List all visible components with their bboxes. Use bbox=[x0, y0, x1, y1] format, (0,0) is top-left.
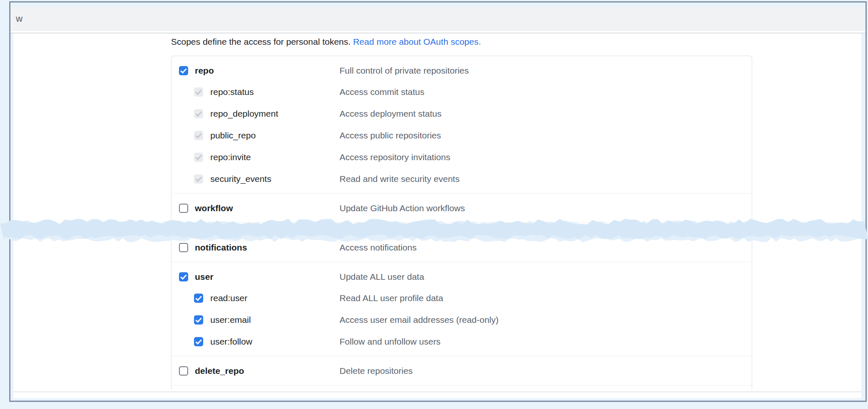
frame-bottom-padding bbox=[10, 398, 865, 401]
scope-row: repoFull control of private repositories bbox=[171, 60, 752, 81]
cut-off-row-stub bbox=[171, 386, 752, 390]
window-frame: w Scopes define the access for personal … bbox=[9, 1, 867, 402]
scope-label[interactable]: security_events bbox=[210, 174, 271, 184]
scope-label[interactable]: delete_repo bbox=[195, 366, 244, 376]
scopes-box: repoFull control of private repositories… bbox=[171, 56, 752, 390]
scope-label[interactable]: read:user bbox=[210, 293, 248, 303]
scope-label[interactable]: user bbox=[195, 272, 213, 282]
checkbox-user[interactable] bbox=[179, 272, 188, 281]
scope-description: Update ALL user data bbox=[340, 272, 424, 282]
intro-text: Scopes define the access for personal to… bbox=[171, 37, 353, 46]
hidden-row-stub bbox=[171, 223, 752, 233]
right-gutter bbox=[861, 33, 865, 398]
scope-description: Update GitHub Action workflows bbox=[340, 203, 465, 213]
checkbox-notifications[interactable] bbox=[179, 243, 188, 252]
checkbox-security_events bbox=[194, 174, 203, 184]
scope-label[interactable]: public_repo bbox=[210, 130, 256, 141]
scope-description: Read ALL user profile data bbox=[340, 293, 443, 303]
scope-description: Full control of private repositories bbox=[340, 66, 469, 76]
header-label: w bbox=[16, 13, 23, 24]
intro-paragraph: Scopes define the access for personal to… bbox=[171, 36, 752, 47]
scope-row: read:userRead ALL user profile data bbox=[171, 287, 752, 309]
scope-row: security_eventsRead and write security e… bbox=[171, 168, 752, 190]
scope-description: Access deployment status bbox=[340, 109, 442, 119]
scope-description: Access commit status bbox=[340, 87, 424, 97]
scope-row: workflowUpdate GitHub Action workflows bbox=[171, 194, 752, 222]
scope-label[interactable]: repo:invite bbox=[210, 152, 251, 162]
scope-description: Read and write security events bbox=[340, 174, 460, 184]
scope-label[interactable]: user:email bbox=[210, 315, 251, 325]
checkbox-user:email[interactable] bbox=[194, 315, 203, 325]
scope-group-repo: repoFull control of private repositories… bbox=[171, 56, 752, 193]
scope-row: delete_repoDelete repositories bbox=[171, 356, 752, 385]
scope-row: notificationsAccess notifications bbox=[171, 233, 752, 262]
checkbox-repo_deployment bbox=[194, 109, 203, 118]
card-bottom-rule bbox=[13, 391, 861, 392]
checkbox-user:follow[interactable] bbox=[194, 337, 203, 346]
screenshot-viewport: w Scopes define the access for personal … bbox=[0, 0, 868, 409]
scope-label[interactable]: notifications bbox=[195, 243, 247, 253]
scope-label[interactable]: repo bbox=[195, 66, 214, 76]
checkbox-public_repo bbox=[194, 131, 203, 140]
scope-row: repo:inviteAccess repository invitations bbox=[171, 146, 752, 168]
checkbox-read:user[interactable] bbox=[194, 294, 203, 303]
scope-row: user:emailAccess user email addresses (r… bbox=[171, 309, 752, 331]
scope-row: user:followFollow and unfollow users bbox=[171, 331, 752, 353]
checkbox-repo[interactable] bbox=[179, 66, 188, 75]
scope-description: Access public repositories bbox=[340, 130, 441, 141]
left-gutter bbox=[10, 33, 13, 398]
checkbox-workflow[interactable] bbox=[179, 204, 188, 213]
scope-description: Access repository invitations bbox=[340, 152, 450, 162]
checkbox-delete_repo[interactable] bbox=[179, 366, 188, 376]
scope-row: userUpdate ALL user data bbox=[171, 266, 752, 287]
scope-row: repo_deploymentAccess deployment status bbox=[171, 103, 752, 125]
scope-description: Follow and unfollow users bbox=[340, 337, 441, 347]
content-column: Scopes define the access for personal to… bbox=[171, 33, 752, 390]
scope-row: public_repoAccess public repositories bbox=[171, 125, 752, 146]
scope-group-user: userUpdate ALL user dataread:userRead AL… bbox=[171, 262, 752, 356]
checkbox-repo:invite bbox=[194, 153, 203, 162]
scope-label[interactable]: repo_deployment bbox=[210, 109, 278, 119]
scope-description: Delete repositories bbox=[340, 366, 413, 376]
scope-label[interactable]: workflow bbox=[195, 203, 233, 213]
scope-description: Access user email addresses (read-only) bbox=[340, 315, 498, 325]
scope-description: Access notifications bbox=[340, 243, 416, 253]
page-card: Scopes define the access for personal to… bbox=[13, 33, 861, 398]
header-bar: w bbox=[10, 7, 865, 31]
checkbox-repo:status bbox=[194, 87, 203, 97]
scope-label[interactable]: user:follow bbox=[210, 337, 252, 347]
oauth-scopes-link[interactable]: Read more about OAuth scopes. bbox=[353, 37, 481, 46]
scope-row: repo:statusAccess commit status bbox=[171, 81, 752, 103]
frame-top-padding bbox=[10, 3, 865, 7]
scope-label[interactable]: repo:status bbox=[210, 87, 254, 97]
